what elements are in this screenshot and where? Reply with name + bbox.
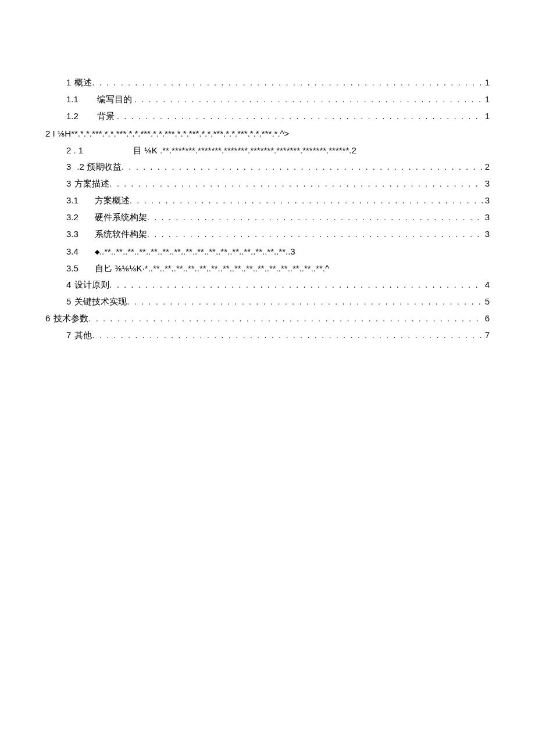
toc-entry-title: 其他 [74, 331, 92, 339]
diamond-icon: ◆ [95, 248, 99, 256]
toc-garbled-text: 自匕 ⅜⅛⅛K·*..**..**..**..**..**..**..**..*… [95, 263, 329, 274]
toc-entry-page: 2 [483, 162, 490, 171]
toc-entry-page: 1 [483, 78, 490, 87]
toc-entry: 6技术参数6 [0, 310, 535, 327]
toc-entry-title: 背景 [97, 112, 117, 120]
toc-entry-number: 3 [66, 162, 77, 171]
toc-entry-number: 4 [66, 280, 74, 289]
toc-entry: 1.2背景1 [0, 108, 535, 125]
toc-entry: 5关键技术实现5 [0, 293, 535, 310]
toc-leader-dots [130, 196, 483, 205]
toc-entry: 3.1方案概述3 [0, 192, 535, 209]
toc-leader-dots [147, 230, 483, 238]
toc-entry: 1.1编写目的1 [0, 91, 535, 108]
toc-entry-number: 3 [66, 179, 74, 188]
toc-entry-number: 2 . 1 [66, 145, 133, 155]
toc-entry-title: 方案描述 [74, 179, 109, 188]
toc-entry-garbled: 3.5自匕 ⅜⅛⅛K·*..**..**..**..**..**..**..**… [0, 260, 535, 277]
toc-entry-page: 3 [483, 230, 490, 238]
toc-entry-title: 概述 [74, 78, 92, 87]
toc-entry-number: 3.3 [66, 230, 95, 238]
toc-entry-garbled: 2 . 1目 ⅛K .**.*******.*******.*******.**… [0, 142, 535, 159]
toc-entry-page: 5 [483, 297, 490, 306]
toc-entry: 3.3系统软件构架3 [0, 226, 535, 243]
toc-entry-number: 5 [66, 297, 74, 306]
toc-garbled-text: 目 ⅛K .**.*******.*******.*******.*******… [133, 145, 356, 156]
toc-entry-page: 7 [483, 331, 490, 339]
toc-entry: 3方案描述3 [0, 175, 535, 192]
toc-entry-number: 3.4 [66, 246, 95, 256]
toc-leader-dots [88, 314, 482, 323]
toc-entry-title: 技术参数 [54, 314, 88, 323]
toc-entry-title: 设计原则 [74, 280, 109, 289]
toc-entry-number: 6 [45, 314, 54, 323]
toc-entry: 3 .2 预期收益2 [0, 159, 535, 175]
toc-entry-number: 1.1 [66, 95, 97, 103]
toc-entry-number: 3.2 [66, 213, 95, 221]
toc-entry-number: 1 [66, 78, 74, 87]
toc-entry-title: 编写目的 [97, 95, 134, 103]
toc-entry-title: 硬件系统构架 [95, 213, 147, 221]
toc-leader-dots [92, 331, 482, 339]
toc-entry-page: 3 [483, 196, 490, 205]
toc-entry: 3.2硬件系统构架3 [0, 209, 535, 226]
toc-entry-number: 1.2 [66, 112, 97, 120]
table-of-contents: 1概述11.1编写目的11.2背景12 I ⅛H**.*.*.***.*.*.*… [0, 74, 535, 344]
toc-entry: 4设计原则4 [0, 277, 535, 293]
toc-garbled-text: 2 I ⅛H**.*.*.***.*.*.***.*.*.***.*.*.***… [45, 128, 289, 138]
toc-entry-garbled: 2 I ⅛H**.*.*.***.*.*.***.*.*.***.*.*.***… [0, 125, 535, 142]
toc-entry-page: 3 [483, 179, 490, 188]
document-page: 1概述11.1编写目的11.2背景12 I ⅛H**.*.*.***.*.*.*… [0, 0, 535, 756]
toc-entry-title: .2 预期收益 [77, 162, 122, 171]
toc-entry: 1概述1 [0, 74, 535, 91]
toc-leader-dots [134, 95, 483, 103]
toc-entry-page: 3 [483, 213, 490, 221]
toc-entry-title: 方案概述 [95, 196, 130, 205]
toc-entry-page: 1 [483, 112, 490, 120]
toc-entry-number: 3.1 [66, 196, 95, 205]
toc-entry: 7其他7 [0, 327, 535, 344]
toc-entry-page: 1 [483, 95, 490, 103]
toc-leader-dots [109, 280, 482, 289]
toc-leader-dots [127, 297, 482, 306]
toc-entry-page: 4 [483, 280, 490, 289]
toc-entry-title: 系统软件构架 [95, 230, 147, 238]
toc-garbled-text: ..**..**..**..**..**..**..**..**..**..**… [99, 246, 295, 256]
toc-leader-dots [122, 162, 483, 171]
toc-leader-dots [117, 112, 483, 120]
toc-entry-title: 关键技术实现 [74, 297, 127, 306]
toc-leader-dots [147, 213, 483, 221]
toc-entry-number: 3.5 [66, 263, 95, 273]
toc-leader-dots [92, 78, 482, 87]
toc-entry-garbled: 3.4◆..**..**..**..**..**..**..**..**..**… [0, 243, 535, 260]
toc-entry-number: 7 [66, 331, 74, 339]
toc-leader-dots [109, 179, 482, 188]
toc-entry-page: 6 [483, 314, 490, 323]
